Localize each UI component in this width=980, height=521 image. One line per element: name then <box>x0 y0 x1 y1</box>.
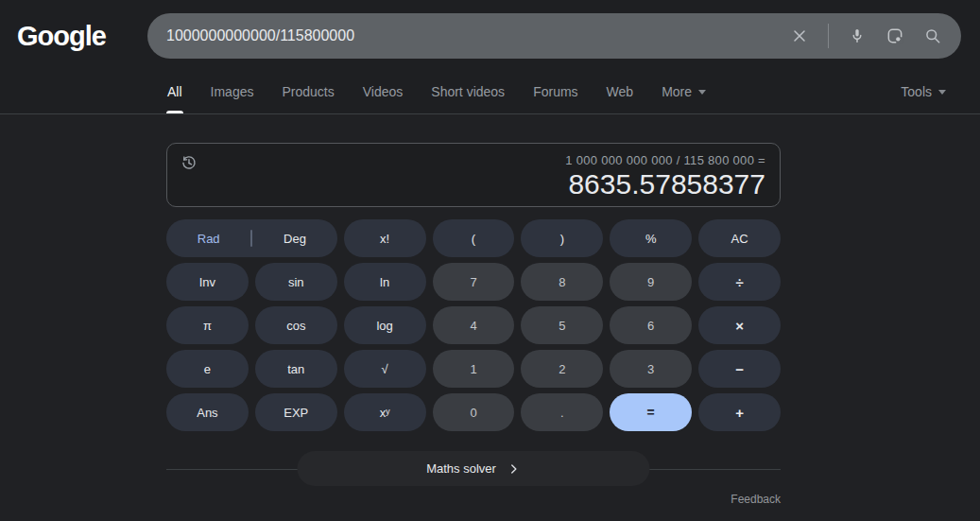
calculator-result: 8635.57858377 <box>181 169 765 200</box>
key-factorial[interactable]: x! <box>344 219 426 257</box>
key-6[interactable]: 6 <box>610 306 692 344</box>
clear-icon[interactable] <box>790 26 809 45</box>
key-5[interactable]: 5 <box>521 306 603 344</box>
key-9[interactable]: 9 <box>610 263 692 301</box>
key-e[interactable]: e <box>166 350 249 388</box>
key-1[interactable]: 1 <box>433 350 515 388</box>
key-multiply[interactable]: × <box>698 306 781 344</box>
key-equals[interactable]: = <box>610 393 692 431</box>
key-8[interactable]: 8 <box>521 263 603 301</box>
searchbar-divider <box>828 24 829 48</box>
key-3[interactable]: 3 <box>610 350 692 388</box>
key-inv[interactable]: Inv <box>166 263 249 301</box>
tab-videos[interactable]: Videos <box>362 70 404 113</box>
key-plus[interactable]: + <box>698 393 781 431</box>
tab-short-videos[interactable]: Short videos <box>430 70 506 113</box>
key-sin[interactable]: sin <box>255 263 337 301</box>
key-7[interactable]: 7 <box>433 263 515 301</box>
key-log[interactable]: log <box>344 306 426 344</box>
chevron-down-icon <box>938 90 946 95</box>
rad-option[interactable]: Rad <box>166 232 250 246</box>
tab-products[interactable]: Products <box>281 70 335 113</box>
key-minus[interactable]: − <box>698 350 781 388</box>
tools-button[interactable]: Tools <box>901 70 946 113</box>
history-icon[interactable] <box>180 153 198 172</box>
key-tan[interactable]: tan <box>255 350 337 388</box>
key-open-paren[interactable]: ( <box>433 219 515 257</box>
tab-all[interactable]: All <box>166 70 183 113</box>
key-all-clear[interactable]: AC <box>698 219 781 257</box>
feedback-link[interactable]: Feedback <box>166 493 781 506</box>
calculator-expression: 1 000 000 000 000 / 115 800 000 = <box>181 153 765 167</box>
key-sqrt[interactable]: √ <box>344 350 426 388</box>
key-percent[interactable]: % <box>610 219 692 257</box>
key-decimal[interactable]: . <box>521 393 603 431</box>
key-2[interactable]: 2 <box>521 350 603 388</box>
deg-option[interactable]: Deg <box>252 232 336 246</box>
maths-solver-label: Maths solver <box>426 461 496 476</box>
active-tab-underline <box>166 111 183 113</box>
key-pi[interactable]: π <box>166 306 249 344</box>
search-bar[interactable] <box>147 13 961 59</box>
key-divide[interactable]: ÷ <box>698 263 781 301</box>
search-tabs: All Images Products Videos Short videos … <box>0 70 980 114</box>
google-logo[interactable]: Google <box>17 21 147 52</box>
key-ln[interactable]: ln <box>344 263 426 301</box>
key-power[interactable]: xʸ <box>344 393 426 431</box>
key-close-paren[interactable]: ) <box>521 219 603 257</box>
maths-solver-button[interactable]: Maths solver <box>298 451 650 486</box>
google-lens-icon[interactable] <box>885 26 904 45</box>
microphone-icon[interactable] <box>848 26 867 45</box>
search-header: Google <box>0 0 980 114</box>
calculator-display: 1 000 000 000 000 / 115 800 000 = 8635.5… <box>166 143 781 207</box>
key-ans[interactable]: Ans <box>166 393 249 431</box>
tab-more[interactable]: More <box>661 70 707 113</box>
key-4[interactable]: 4 <box>433 306 515 344</box>
rad-deg-toggle[interactable]: Rad Deg <box>166 219 337 257</box>
key-0[interactable]: 0 <box>433 393 515 431</box>
tab-label: All <box>167 84 182 99</box>
chevron-down-icon <box>698 90 706 95</box>
tab-forums[interactable]: Forums <box>532 70 578 113</box>
tab-web[interactable]: Web <box>606 70 635 113</box>
tab-images[interactable]: Images <box>210 70 255 113</box>
chevron-right-icon <box>507 462 521 476</box>
calculator-widget: 1 000 000 000 000 / 115 800 000 = 8635.5… <box>166 143 781 506</box>
search-icon[interactable] <box>923 26 942 45</box>
calculator-keypad: Rad Deg x! ( ) % AC Inv sin ln 7 8 9 ÷ π… <box>166 219 781 431</box>
search-input[interactable] <box>166 27 790 44</box>
key-cos[interactable]: cos <box>255 306 337 344</box>
math-solver-row: Maths solver <box>166 451 781 486</box>
key-exp[interactable]: EXP <box>255 393 337 431</box>
